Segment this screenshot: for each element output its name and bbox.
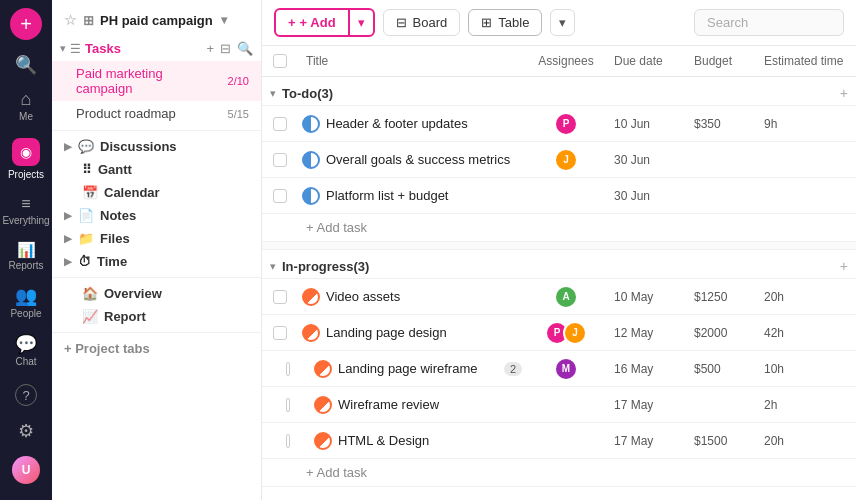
global-add-button[interactable]: + [10, 8, 42, 40]
task-title-cell[interactable]: Landing page wireframe 2 [298, 354, 526, 384]
add-plus-icon: + [288, 15, 296, 30]
discussions-label: Discussions [100, 139, 177, 154]
people-icon: 👥 [15, 287, 37, 305]
project-header[interactable]: ☆ ⊞ PH paid campaign ▾ [52, 0, 261, 36]
nav-people-label: People [10, 308, 41, 319]
table-view-button[interactable]: ⊞ Table [468, 9, 542, 36]
task-budget: $1250 [686, 286, 756, 308]
sidebar-section-calendar[interactable]: 📅 Calendar [52, 181, 261, 204]
nav-item-help[interactable]: ? [0, 376, 52, 414]
task-checkbox[interactable] [262, 398, 298, 412]
task-title-cell[interactable]: Overall goals & success metrics [298, 145, 526, 175]
sidebar-section-files[interactable]: ▶ 📁 Files [52, 227, 261, 250]
todo-add-icon[interactable]: + [840, 85, 848, 101]
task-checkbox[interactable] [262, 290, 298, 304]
task-checkbox[interactable] [262, 117, 298, 131]
task-title: Header & footer updates [326, 116, 522, 131]
calendar-icon: 📅 [82, 185, 98, 200]
select-all-checkbox[interactable] [273, 54, 287, 68]
files-icon: 📁 [78, 231, 94, 246]
search-placeholder: Search [707, 15, 748, 30]
task-title: Overall goals & success metrics [326, 152, 522, 167]
sidebar-section-time[interactable]: ▶ ⏱ Time [52, 250, 261, 273]
table-row: Landing page wireframe 2 M 16 May $500 1… [262, 351, 856, 387]
task-checkbox[interactable] [262, 326, 298, 340]
add-label: + Add [300, 15, 336, 30]
sidebar-section-report[interactable]: 📈 Report [52, 305, 261, 328]
status-icon [302, 288, 320, 306]
tasks-filter-icon[interactable]: ⊟ [220, 41, 231, 56]
sidebar-section-overview[interactable]: 🏠 Overview [52, 282, 261, 305]
home-icon: ⌂ [21, 90, 32, 108]
task-assignees: P [526, 108, 606, 140]
report-label: Report [104, 309, 146, 324]
table-row: Header & footer updates P 10 Jun $350 9h [262, 106, 856, 142]
tasks-chevron-icon[interactable]: ▾ [60, 42, 66, 55]
table-icon: ⊞ [481, 15, 492, 30]
task-title-cell[interactable]: HTML & Design [298, 426, 526, 456]
inprogress-add-icon[interactable]: + [840, 258, 848, 274]
task-title-cell[interactable]: Wireframe review [298, 390, 526, 420]
search-box[interactable]: Search [694, 9, 844, 36]
sidebar-section-discussions[interactable]: ▶ 💬 Discussions [52, 135, 261, 158]
time-icon: ⏱ [78, 254, 91, 269]
tasks-grid-icon: ⊞ [83, 13, 94, 28]
th-checkbox [262, 46, 298, 76]
sidebar-section-notes[interactable]: ▶ 📄 Notes [52, 204, 261, 227]
sidebar-section-gantt[interactable]: ⠿ Gantt [52, 158, 261, 181]
status-icon [314, 432, 332, 450]
nav-item-chat[interactable]: 💬 Chat [0, 327, 52, 375]
task-title-cell[interactable]: Header & footer updates [298, 109, 526, 139]
nav-item-avatar[interactable]: U [0, 448, 52, 492]
task-checkbox[interactable] [262, 153, 298, 167]
table-row: Platform list + budget 30 Jun [262, 178, 856, 214]
left-nav: + 🔍 ⌂ Me ◉ Projects ≡ Everything 📊 Repor… [0, 0, 52, 500]
project-tabs-label: + Project tabs [64, 341, 150, 356]
tasks-label[interactable]: Tasks [85, 41, 121, 56]
notes-label: Notes [100, 208, 136, 223]
add-button-main[interactable]: + + Add [276, 10, 350, 35]
task-assignees [526, 192, 606, 200]
task-title-cell[interactable]: Platform list + budget [298, 181, 526, 211]
add-task-button-inprogress[interactable]: + Add task [262, 459, 856, 487]
table-label: Table [498, 15, 529, 30]
tasks-list-icon: ☰ [70, 42, 81, 56]
add-button-dropdown[interactable]: ▾ [350, 10, 373, 35]
nav-item-me[interactable]: ⌂ Me [0, 82, 52, 130]
board-label: Board [413, 15, 448, 30]
everything-icon: ≡ [21, 196, 30, 212]
add-task-label: + Add task [306, 220, 367, 235]
task-title: Landing page wireframe [338, 361, 498, 376]
task-title-cell[interactable]: Landing page design [298, 318, 526, 348]
nav-item-everything[interactable]: ≡ Everything [0, 188, 52, 234]
add-button-group[interactable]: + + Add ▾ [274, 8, 375, 37]
inprogress-collapse-icon[interactable]: ▾ [270, 260, 276, 273]
sidebar-item-paid-campaign[interactable]: Paid marketing campaign 2/10 [52, 61, 261, 101]
tasks-search-icon[interactable]: 🔍 [237, 41, 253, 56]
nav-item-people[interactable]: 👥 People [0, 279, 52, 327]
task-budget: $1500 [686, 430, 756, 452]
sidebar-item-label: Paid marketing campaign [76, 66, 222, 96]
task-assignees: M [526, 353, 606, 385]
todo-collapse-icon[interactable]: ▾ [270, 87, 276, 100]
task-checkbox[interactable] [262, 362, 298, 376]
board-view-button[interactable]: ⊟ Board [383, 9, 461, 36]
more-views-button[interactable]: ▾ [550, 9, 575, 36]
help-icon: ? [15, 384, 37, 406]
sidebar-item-product-roadmap[interactable]: Product roadmap 5/15 [52, 101, 261, 126]
task-table: Title Assignees Due date Budget Estimate… [262, 46, 856, 500]
nav-item-projects[interactable]: ◉ Projects [0, 130, 52, 188]
nav-item-reports[interactable]: 📊 Reports [0, 234, 52, 279]
task-badge: 2 [504, 362, 522, 376]
nav-item-search[interactable]: 🔍 [0, 48, 52, 82]
sidebar-section-project-tabs[interactable]: + Project tabs [52, 337, 261, 360]
task-checkbox[interactable] [262, 434, 298, 448]
tasks-add-icon[interactable]: + [206, 41, 214, 56]
overview-label: Overview [104, 286, 162, 301]
table-row: Video assets A 10 May $1250 20h [262, 279, 856, 315]
task-assignees [526, 437, 606, 445]
add-task-button-todo[interactable]: + Add task [262, 214, 856, 242]
task-checkbox[interactable] [262, 189, 298, 203]
task-title-cell[interactable]: Video assets [298, 282, 526, 312]
nav-item-settings[interactable]: ⚙ [0, 414, 52, 448]
